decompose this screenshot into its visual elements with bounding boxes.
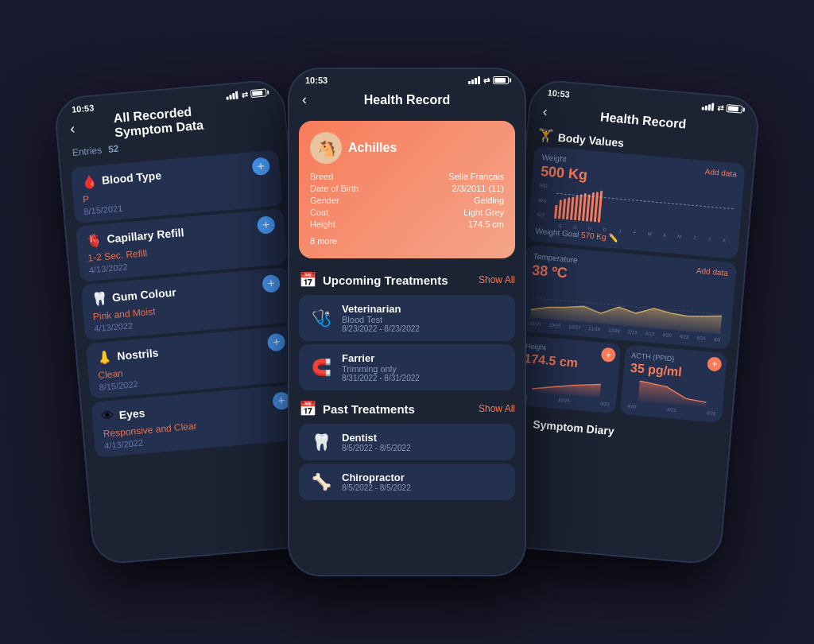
more-link[interactable]: 8 more bbox=[310, 236, 337, 246]
entries-label: Entries bbox=[72, 145, 102, 158]
chiro-dates: 8/5/2022 - 8/5/2022 bbox=[342, 483, 411, 492]
acth-small-card: + ACTH (PPID) 35 pg/ml bbox=[620, 344, 727, 423]
breed-value: Selle Français bbox=[448, 172, 504, 181]
farrier-icon: 🧲 bbox=[308, 358, 334, 377]
y-label-500: 500 bbox=[539, 183, 548, 188]
dentist-icon: 🦷 bbox=[308, 433, 334, 452]
center-time: 10:53 bbox=[305, 76, 328, 85]
temp-x10: 6/21 bbox=[696, 336, 706, 341]
signal-icon bbox=[226, 91, 238, 99]
vet-sub: Blood Test bbox=[342, 315, 420, 324]
left-status-icons: ⇄ bbox=[226, 88, 267, 100]
nostrils-add-button[interactable]: + bbox=[267, 333, 286, 352]
center-nav-title: Health Record bbox=[364, 93, 450, 107]
weight-add-data[interactable]: Add data bbox=[704, 167, 737, 178]
blood-type-title: Blood Type bbox=[101, 169, 161, 186]
left-phone: 10:53 ⇄ ‹ All Recorded Symptom Data E bbox=[53, 78, 324, 565]
small-cards-row: + Height 174.5 cm 9 bbox=[514, 335, 727, 422]
past-calendar-icon: 📅 bbox=[299, 400, 316, 417]
treatment-veterinarian[interactable]: 🩺 Veterinarian Blood Test 8/23/2022 - 8/… bbox=[299, 295, 515, 341]
temp-add-data[interactable]: Add data bbox=[696, 266, 728, 277]
nostrils-icon: 👃 bbox=[96, 349, 114, 366]
coat-value: Light Grey bbox=[463, 208, 504, 217]
temp-x3: 10/27 bbox=[568, 324, 580, 330]
weight-card: Weight Add data 500 Kg bbox=[526, 145, 745, 259]
center-phone: 10:53 ⇄ ‹ Health Record bbox=[288, 68, 526, 576]
temp-x1: 10/15 bbox=[529, 320, 541, 326]
center-content: 🐴 Achilles Breed Selle Français Date of … bbox=[289, 114, 525, 572]
center-phone-notch bbox=[363, 69, 451, 88]
vet-dates: 8/23/2022 - 8/23/2022 bbox=[342, 324, 420, 333]
temp-x6: 2/15 bbox=[628, 329, 638, 335]
nostrils-title: Nostrils bbox=[117, 346, 159, 362]
height-label: Height bbox=[310, 219, 335, 229]
coat-label: Coat bbox=[310, 208, 328, 217]
horse-avatar: 🐴 bbox=[310, 132, 342, 164]
gum-colour-add-button[interactable]: + bbox=[262, 274, 281, 293]
acth-x1: 4/20 bbox=[627, 404, 637, 409]
past-show-all[interactable]: Show All bbox=[479, 403, 515, 414]
gum-colour-icon: 🦷 bbox=[91, 290, 108, 307]
treatment-farrier[interactable]: 🧲 Farrier Trimming only 8/31/2022 - 8/31… bbox=[299, 344, 515, 390]
upcoming-show-all[interactable]: Show All bbox=[479, 274, 515, 285]
acth-x3: 4/22 bbox=[706, 410, 715, 416]
capillary-title: Capillary Refill bbox=[107, 226, 184, 245]
temp-x4: 11/18 bbox=[588, 326, 600, 332]
right-phone: 10:53 ⇄ ‹ Health Record 🏋 bbox=[490, 78, 761, 565]
left-time: 10:53 bbox=[72, 103, 95, 114]
wifi-icon: ⇄ bbox=[241, 90, 248, 99]
temp-x8: 4/20 bbox=[662, 332, 672, 338]
chiro-icon: 🦴 bbox=[308, 472, 334, 491]
farrier-sub: Trimming only bbox=[342, 364, 420, 374]
temp-x5: 12/24 bbox=[608, 328, 620, 333]
upcoming-title: Upcoming Treatments bbox=[323, 274, 448, 287]
temp-x11: 8/3 bbox=[714, 337, 721, 343]
center-signal-icon bbox=[468, 76, 480, 84]
dob-value: 2/3/2011 (11) bbox=[452, 184, 504, 193]
right-back-button[interactable]: ‹ bbox=[542, 103, 548, 120]
treatment-dentist[interactable]: 🦷 Dentist 8/5/2022 - 8/5/2022 bbox=[299, 424, 515, 460]
acth-add-button[interactable]: + bbox=[707, 356, 723, 372]
vet-name: Veterinarian bbox=[342, 303, 420, 315]
center-back-button[interactable]: ‹ bbox=[302, 91, 307, 108]
past-treatments-header: 📅 Past Treatments Show All bbox=[289, 394, 525, 421]
farrier-dates: 8/31/2022 - 8/31/2022 bbox=[342, 374, 420, 382]
left-content: 🩸 Blood Type + P 8/15/2021 🫀 Capillary R… bbox=[60, 145, 324, 565]
vet-icon: 🩺 bbox=[308, 308, 334, 328]
blood-type-add-button[interactable]: + bbox=[251, 157, 270, 176]
horse-profile-card[interactable]: 🐴 Achilles Breed Selle Français Date of … bbox=[299, 121, 515, 258]
treatment-chiropractor[interactable]: 🦴 Chiropractor 8/5/2022 - 8/5/2022 bbox=[299, 464, 515, 500]
gender-value: Gelding bbox=[474, 196, 504, 205]
center-wifi-icon: ⇄ bbox=[483, 76, 490, 85]
capillary-icon: 🫀 bbox=[86, 232, 103, 249]
weight-label: Weight bbox=[541, 153, 567, 164]
left-back-button[interactable]: ‹ bbox=[69, 121, 76, 138]
breed-label: Breed bbox=[310, 172, 333, 181]
center-battery-icon bbox=[493, 76, 509, 84]
height-add-button[interactable]: + bbox=[601, 347, 617, 363]
battery-icon bbox=[250, 88, 267, 98]
chiro-name: Chiropractor bbox=[342, 471, 411, 483]
right-battery-icon bbox=[726, 104, 742, 114]
eyes-title: Eyes bbox=[118, 406, 145, 421]
blood-type-icon: 🩸 bbox=[80, 173, 98, 190]
right-wifi-icon: ⇄ bbox=[716, 103, 723, 113]
temperature-card: Temperature Add data 38 ºC bbox=[519, 245, 737, 350]
body-values-icon: 🏋️ bbox=[537, 127, 554, 144]
dentist-name: Dentist bbox=[342, 432, 411, 444]
center-nav-bar: ‹ Health Record bbox=[289, 88, 525, 114]
dob-label: Date of Birth bbox=[310, 184, 359, 193]
body-values-title: Body Values bbox=[557, 130, 624, 149]
right-content: 🏋️ Body Values Weight Add data 500 Kg bbox=[492, 125, 755, 561]
height-x2: 10/25 bbox=[558, 398, 570, 403]
farrier-name: Farrier bbox=[342, 352, 420, 364]
temp-x9: 4/22 bbox=[680, 334, 689, 339]
capillary-add-button[interactable]: + bbox=[257, 215, 276, 235]
right-status-icons: ⇄ bbox=[702, 102, 743, 114]
dentist-dates: 8/5/2022 - 8/5/2022 bbox=[342, 444, 411, 452]
right-nav-title: Health Record bbox=[599, 110, 687, 131]
y-label-427: 427 bbox=[537, 212, 545, 218]
acth-x2: 4/22 bbox=[667, 407, 676, 413]
right-signal-icon bbox=[702, 102, 715, 111]
right-time: 10:53 bbox=[547, 87, 570, 99]
